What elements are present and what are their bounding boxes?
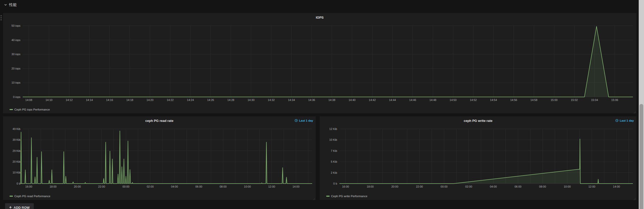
time-range-badge[interactable]: Last 1 day: [615, 119, 634, 122]
row-drag-handle[interactable]: [1, 15, 2, 20]
x-tick-label: 14:50: [450, 98, 457, 101]
x-tick-label: 14:00: [613, 185, 620, 188]
grafana-dashboard: 性能 IOPS 0 iops10 iops20 iops30 iops40 io…: [0, 0, 644, 209]
x-tick-label: 20:00: [74, 185, 81, 188]
panel-title-iops[interactable]: IOPS: [3, 13, 636, 22]
x-tick-label: 14:26: [207, 98, 214, 101]
x-tick-label: 16:00: [342, 185, 349, 188]
y-tick-label: 20 Kib: [5, 160, 20, 163]
y-tick-label: 30 iops: [5, 53, 20, 56]
series-color-swatch: [10, 109, 13, 110]
panel-title-write[interactable]: ceph PG write rate: [320, 116, 636, 125]
plot-area-read[interactable]: [23, 129, 312, 184]
time-range-badge[interactable]: Last 1 day: [295, 119, 313, 122]
x-tick-label: 14:48: [429, 98, 436, 101]
scrollbar-track[interactable]: [639, 0, 644, 209]
legend-item[interactable]: Ceph PG read Performance: [10, 195, 50, 198]
chevron-down-icon: [4, 4, 7, 6]
legend-item[interactable]: Ceph PG write Performance: [326, 195, 367, 198]
legend-label: Ceph PG read Performance: [14, 195, 50, 198]
y-tick-label: 40 iops: [5, 39, 20, 42]
x-tick-label: 14:10: [45, 98, 52, 101]
x-tick-label: 14:40: [348, 98, 356, 101]
x-tick-label: 14:22: [167, 98, 174, 101]
x-tick-label: 14:58: [531, 98, 538, 101]
resize-handle-icon[interactable]: [313, 197, 315, 199]
x-tick-label: 14:00: [292, 185, 300, 188]
x-tick-label: 04:00: [171, 185, 178, 188]
chart-canvas[interactable]: [339, 129, 633, 184]
y-tick-label: 0 iops: [5, 95, 20, 98]
legend-iops: Ceph PG iops Performance: [10, 108, 50, 111]
add-row-button[interactable]: ADD ROW: [5, 203, 34, 209]
x-tick-label: 12:00: [268, 185, 275, 188]
series-color-swatch: [326, 196, 330, 197]
series-color-swatch: [10, 196, 13, 197]
chart-canvas[interactable]: [23, 26, 633, 97]
legend-write: Ceph PG write Performance: [326, 195, 367, 198]
panel-title-text: ceph PG read rate: [145, 119, 173, 123]
x-tick-label: 15:02: [571, 98, 578, 101]
resize-handle-icon[interactable]: [633, 197, 636, 199]
x-tick-label: 22:00: [416, 185, 423, 188]
x-axis-read: 16:0018:0020:0022:0000:0002:0004:0006:00…: [23, 185, 312, 189]
x-tick-label: 20:00: [391, 185, 398, 188]
x-tick-label: 00:00: [123, 185, 130, 188]
panel-title-text: IOPS: [316, 16, 324, 19]
y-tick-label: 0 b: [322, 182, 337, 185]
x-tick-label: 14:24: [187, 98, 194, 101]
x-tick-label: 14:14: [86, 98, 93, 101]
y-tick-label: 49 Kib: [5, 127, 20, 130]
chart-canvas[interactable]: [23, 129, 312, 184]
plot-area-iops[interactable]: [23, 26, 633, 97]
x-tick-label: 12:00: [588, 185, 595, 188]
y-axis-write: 0 b2 Kib5 Kib7 Kib10 Kib12 Kib: [322, 129, 339, 184]
x-tick-label: 14:32: [268, 98, 275, 101]
x-tick-label: 02:00: [147, 185, 154, 188]
scrollbar-thumb[interactable]: [639, 104, 643, 209]
plot-area-write[interactable]: [339, 129, 633, 184]
x-tick-label: 14:52: [470, 98, 477, 101]
legend-read: Ceph PG read Performance: [10, 195, 50, 198]
row-header-performance[interactable]: 性能: [4, 2, 17, 8]
y-tick-label: 7 Kib: [322, 149, 337, 152]
plus-icon: [9, 206, 12, 209]
y-tick-label: 0 b: [5, 182, 20, 185]
x-tick-label: 18:00: [50, 185, 57, 188]
x-tick-label: 14:46: [409, 98, 416, 101]
x-tick-label: 14:28: [227, 98, 235, 101]
x-tick-label: 18:00: [367, 185, 374, 188]
legend-item[interactable]: Ceph PG iops Performance: [10, 108, 50, 111]
panel-iops: IOPS 0 iops10 iops20 iops30 iops40 iops5…: [3, 13, 636, 113]
panel-title-text: ceph PG write rate: [464, 119, 492, 123]
x-tick-label: 14:38: [328, 98, 335, 101]
x-tick-label: 10:00: [564, 185, 571, 188]
x-tick-label: 04:00: [490, 185, 497, 188]
y-tick-label: 39 Kib: [5, 138, 20, 141]
x-tick-label: 15:00: [551, 98, 558, 101]
x-tick-label: 14:12: [66, 98, 73, 101]
x-tick-label: 02:00: [465, 185, 472, 188]
clock-icon: [615, 119, 619, 122]
y-tick-label: 10 Kib: [322, 138, 337, 141]
y-tick-label: 2 Kib: [322, 171, 337, 174]
x-tick-label: 22:00: [98, 185, 105, 188]
resize-handle-icon[interactable]: [633, 110, 636, 113]
panel-write-rate: ceph PG write rate Last 1 day 0 b2 Kib5 …: [320, 116, 636, 200]
x-tick-label: 14:18: [126, 98, 133, 101]
x-tick-label: 14:16: [106, 98, 113, 101]
x-axis-write: 16:0018:0020:0022:0000:0002:0004:0006:00…: [339, 185, 633, 189]
x-tick-label: 14:56: [510, 98, 517, 101]
legend-label: Ceph PG iops Performance: [14, 108, 50, 111]
panel-read-rate: ceph PG read rate Last 1 day 0 b10 Kib20…: [3, 116, 316, 200]
x-tick-label: 08:00: [539, 185, 546, 188]
y-tick-label: 20 iops: [5, 67, 20, 70]
y-tick-label: 29 Kib: [5, 149, 20, 152]
y-tick-label: 12 Kib: [322, 127, 337, 130]
x-tick-label: 00:00: [441, 185, 448, 188]
x-axis-iops: 14:0814:1014:1214:1414:1614:1814:2014:22…: [23, 98, 633, 102]
add-row-label: ADD ROW: [14, 206, 30, 209]
y-tick-label: 10 Kib: [5, 171, 20, 174]
panel-title-read[interactable]: ceph PG read rate: [3, 116, 316, 125]
legend-label: Ceph PG write Performance: [331, 195, 367, 198]
